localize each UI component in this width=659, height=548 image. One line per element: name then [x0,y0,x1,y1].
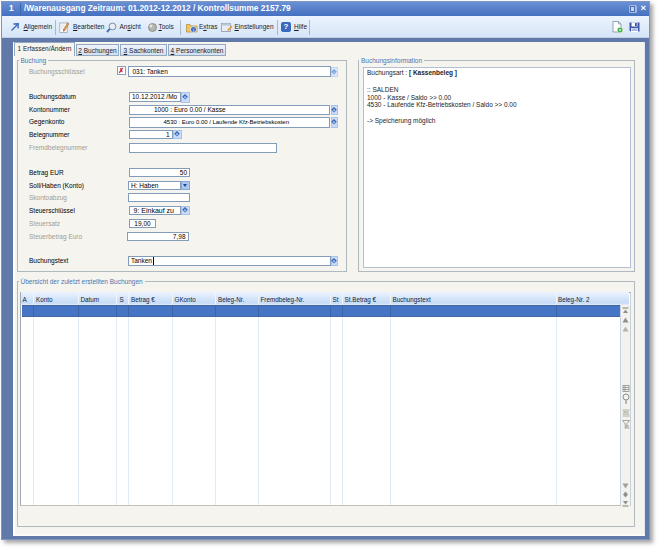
svg-text:6: 6 [626,425,629,430]
svg-text:i: i [192,26,193,32]
svg-text:86: 86 [622,410,628,416]
